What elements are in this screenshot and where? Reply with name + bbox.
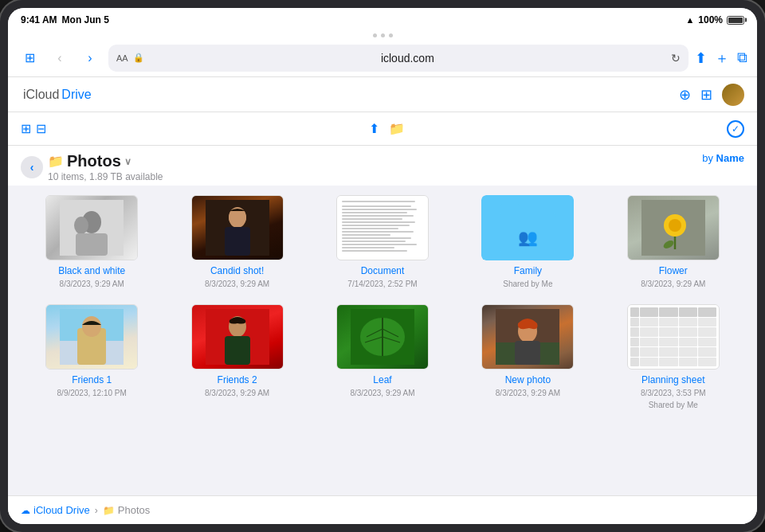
upload-icon[interactable]: ⬆	[369, 121, 379, 136]
file-thumbnail	[191, 304, 284, 370]
list-item[interactable]: Document 7/14/2023, 2:52 PM	[315, 195, 450, 288]
list-item[interactable]: 👥 Family Shared by Me	[460, 195, 595, 288]
clock-icon-button[interactable]: ⊕	[679, 86, 691, 104]
back-button[interactable]: ‹	[48, 46, 72, 70]
file-name: Flower	[659, 265, 688, 276]
folder-title-left: ‹ 📁 Photos ∨ 10 items, 1.89 TB available	[21, 152, 163, 182]
grid-view-button[interactable]: ⊞	[700, 86, 712, 104]
file-shared: Shared by Me	[649, 401, 698, 409]
battery-icon	[727, 16, 744, 25]
url-bar[interactable]: AA 🔒 icloud.com ↻	[108, 45, 688, 72]
svg-point-10	[669, 219, 681, 232]
list-item[interactable]: Friends 2 8/3/2023, 9:29 AM	[169, 304, 304, 409]
file-thumbnail: 👥	[481, 195, 574, 260]
folder-toolbar-right: ✓	[727, 120, 744, 138]
file-name: Friends 2	[218, 374, 257, 385]
file-shared: Shared by Me	[503, 280, 552, 288]
share-button[interactable]: ⬆	[695, 49, 707, 67]
svg-rect-30	[515, 341, 540, 365]
tabs-button[interactable]: ⧉	[737, 49, 747, 66]
svg-point-16	[82, 316, 101, 337]
file-name: Document	[361, 265, 405, 276]
status-right: ▲ 100%	[685, 14, 744, 25]
wifi-icon: ▲	[685, 15, 694, 25]
folder-title-bar: ‹ 📁 Photos ∨ 10 items, 1.89 TB available…	[8, 146, 757, 186]
folder-chevron-icon: ∨	[124, 156, 131, 167]
svg-rect-3	[76, 233, 108, 256]
file-thumbnail	[627, 195, 720, 260]
breadcrumb-current-text: Photos	[118, 504, 150, 516]
file-date: 7/14/2023, 2:52 PM	[347, 280, 417, 288]
portrait-thumb	[192, 196, 283, 260]
icloud-logo: iCloud Drive	[21, 88, 92, 102]
status-left: 9:41 AM Mon Jun 5	[21, 14, 109, 25]
breadcrumb-current-item: 📁 Photos	[103, 504, 150, 516]
cloud-icon: ☁	[21, 505, 30, 516]
file-date: 8/3/2023, 9:29 AM	[60, 280, 124, 288]
file-date: 8/3/2023, 9:29 AM	[205, 389, 269, 397]
list-item[interactable]: New photo 8/3/2023, 9:29 AM	[460, 304, 595, 409]
file-grid: Black and white 8/3/2023, 9:29 AM	[24, 195, 741, 409]
url-text: icloud.com	[149, 52, 666, 65]
reload-icon[interactable]: ↻	[671, 52, 681, 65]
file-thumbnail	[45, 304, 138, 370]
boy-thumb	[46, 305, 137, 369]
redwoman-thumb	[192, 305, 283, 369]
device-frame: 9:41 AM Mon Jun 5 ▲ 100% ⊞ ‹ › AA	[0, 0, 765, 532]
spreadsheet-thumb	[628, 305, 719, 369]
list-item[interactable]: Planning sheet 8/3/2023, 3:53 PM Shared …	[606, 304, 741, 409]
file-date: 8/3/2023, 9:29 AM	[641, 280, 705, 288]
breadcrumb-root[interactable]: ☁ iCloud Drive	[21, 504, 90, 516]
browser-toolbar: ⊞ ‹ › AA 🔒 icloud.com ↻ ⬆ ＋ ⧉	[8, 39, 757, 77]
folder-name-container: 📁 Photos ∨ 10 items, 1.89 TB available	[48, 152, 163, 182]
file-name: Friends 1	[72, 374, 112, 385]
dot3	[389, 33, 393, 37]
list-item[interactable]: Leaf 8/3/2023, 9:29 AM	[315, 304, 450, 409]
breadcrumb-separator: ›	[95, 505, 98, 516]
sort-label[interactable]: by Name	[702, 152, 744, 164]
add-tab-button[interactable]: ＋	[715, 49, 729, 68]
file-name: New photo	[505, 374, 551, 385]
sidebar-toggle-button[interactable]: ⊞	[18, 46, 41, 70]
bottom-bar: ☁ iCloud Drive › 📁 Photos	[8, 495, 757, 524]
folder-toolbar-left: ⊞ ⊟	[21, 121, 46, 136]
file-date: 8/3/2023, 9:29 AM	[496, 389, 560, 397]
svg-point-7	[229, 209, 246, 225]
dot2	[381, 33, 385, 37]
folder-name: 📁 Photos ∨	[48, 152, 163, 170]
list-item[interactable]: Flower 8/3/2023, 9:29 AM	[606, 195, 741, 288]
file-name: Planning sheet	[641, 374, 704, 385]
svg-point-2	[74, 217, 88, 234]
list-item[interactable]: Friends 1 8/9/2023, 12:10 PM	[24, 304, 159, 409]
folder-back-button[interactable]: ‹	[21, 156, 43, 178]
file-thumbnail	[627, 304, 720, 370]
file-thumbnail	[336, 304, 429, 370]
file-thumbnail	[191, 195, 284, 260]
list-item[interactable]: Candid shot! 8/3/2023, 9:29 AM	[169, 195, 304, 288]
sidebar-icon[interactable]: ⊞	[21, 121, 31, 136]
folder-thumb: 👥	[481, 195, 574, 260]
file-grid-container[interactable]: Black and white 8/3/2023, 9:29 AM	[8, 186, 757, 495]
view-options-icon[interactable]: ⊟	[36, 121, 46, 136]
file-thumbnail	[45, 195, 138, 260]
avatar[interactable]	[722, 84, 744, 106]
new-folder-icon[interactable]: 📁	[389, 121, 405, 136]
icloud-header: iCloud Drive ⊕ ⊞	[8, 77, 757, 112]
file-date: 8/3/2023, 9:29 AM	[350, 389, 414, 397]
list-item[interactable]: Black and white 8/3/2023, 9:29 AM	[24, 195, 159, 288]
lock-icon: 🔒	[133, 53, 144, 63]
time: 9:41 AM	[21, 14, 57, 25]
folder-icon: 📁	[48, 154, 64, 169]
battery-fill	[728, 18, 743, 23]
select-button[interactable]: ✓	[727, 120, 744, 138]
file-name: Black and white	[58, 265, 125, 276]
redhead-thumb	[482, 305, 573, 369]
folder-toolbar-center: ⬆ 📁	[369, 121, 405, 136]
file-date: 8/3/2023, 9:29 AM	[205, 280, 269, 288]
folder-name-text: Photos	[67, 152, 121, 170]
forward-button[interactable]: ›	[78, 46, 102, 70]
icloud-header-right: ⊕ ⊞	[679, 84, 744, 106]
icloud-text-blue: Drive	[61, 88, 91, 102]
document-thumb	[337, 196, 428, 260]
file-thumbnail	[336, 195, 429, 260]
